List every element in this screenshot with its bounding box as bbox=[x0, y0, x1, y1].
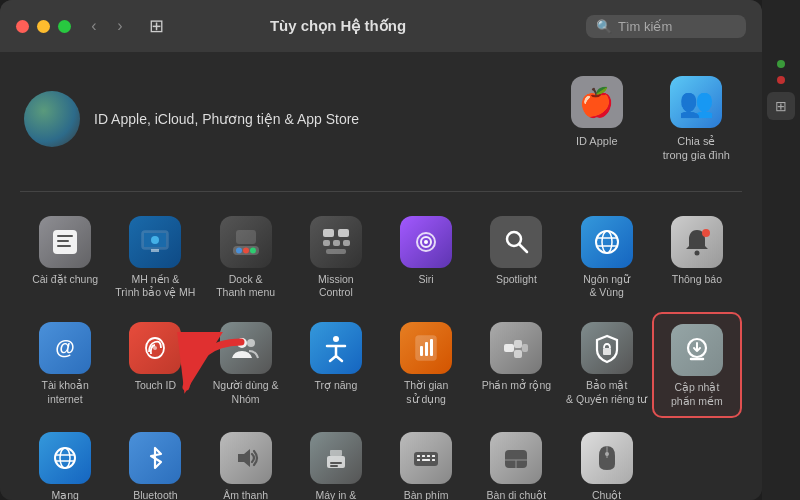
svg-rect-1 bbox=[57, 235, 73, 237]
pref-internet[interactable]: @ Tài khoản internet bbox=[20, 312, 110, 418]
svg-rect-17 bbox=[343, 240, 350, 246]
maximize-button[interactable] bbox=[58, 20, 71, 33]
svg-rect-61 bbox=[417, 459, 420, 461]
mouse-label: Chuột bbox=[592, 489, 621, 500]
pref-notifications[interactable]: Thông báo bbox=[652, 206, 742, 308]
pref-touchid[interactable]: Touch ID bbox=[110, 312, 200, 418]
apple-id-label: ID Apple, iCloud, Phương tiện & App Stor… bbox=[94, 111, 359, 127]
bluetooth-icon bbox=[129, 432, 181, 484]
svg-point-49 bbox=[60, 448, 70, 468]
apple-id-cards: 🍎 ID Apple 👥 Chia sẻ trong gia đình bbox=[563, 68, 738, 171]
svg-rect-41 bbox=[504, 344, 514, 352]
pref-dock[interactable]: Dock & Thanh menu bbox=[201, 206, 291, 308]
pref-desktop[interactable]: MH nền & Trình bảo vệ MH bbox=[110, 206, 200, 308]
pref-print[interactable]: Máy in & Máy quét bbox=[291, 422, 381, 500]
keyboard-label: Bàn phím bbox=[404, 489, 449, 500]
users-label: Người dùng & Nhóm bbox=[213, 379, 279, 406]
svg-point-48 bbox=[55, 448, 75, 468]
svg-rect-62 bbox=[422, 459, 430, 461]
pref-mouse[interactable]: Chuột bbox=[562, 422, 652, 500]
svg-rect-39 bbox=[425, 342, 428, 356]
sound-icon bbox=[220, 432, 272, 484]
print-label: Máy in & Máy quét bbox=[314, 489, 357, 500]
svg-rect-14 bbox=[338, 229, 349, 237]
print-icon bbox=[310, 432, 362, 484]
svg-rect-18 bbox=[326, 249, 346, 254]
network-icon bbox=[39, 432, 91, 484]
general-icon bbox=[39, 216, 91, 268]
notifications-icon bbox=[671, 216, 723, 268]
svg-rect-12 bbox=[236, 230, 256, 244]
svg-rect-2 bbox=[57, 240, 69, 242]
svg-point-21 bbox=[424, 240, 428, 244]
pref-siri[interactable]: Siri bbox=[381, 206, 471, 308]
pref-language[interactable]: Ngôn ngữ & Vùng bbox=[562, 206, 652, 308]
strip-dot-green bbox=[777, 60, 785, 68]
users-icon bbox=[220, 322, 272, 374]
close-button[interactable] bbox=[16, 20, 29, 33]
touchid-icon bbox=[129, 322, 181, 374]
svg-point-68 bbox=[605, 452, 609, 456]
pref-users[interactable]: Người dùng & Nhóm bbox=[201, 312, 291, 418]
bluetooth-label: Bluetooth bbox=[133, 489, 177, 500]
pref-keyboard[interactable]: Bàn phím bbox=[381, 422, 471, 500]
apple-id-card[interactable]: 🍎 ID Apple bbox=[563, 68, 631, 171]
svg-rect-3 bbox=[57, 245, 71, 247]
svg-line-23 bbox=[519, 244, 527, 252]
softupdate-icon bbox=[671, 324, 723, 376]
mission-label: Mission Control bbox=[318, 273, 354, 300]
extensions-label: Phần mở rộng bbox=[482, 379, 551, 393]
pref-mission[interactable]: Mission Control bbox=[291, 206, 381, 308]
svg-rect-53 bbox=[330, 450, 342, 456]
svg-text:@: @ bbox=[55, 336, 75, 358]
security-label: Bảo mật & Quyền riêng tư bbox=[566, 379, 647, 406]
pref-sound[interactable]: Âm thanh bbox=[201, 422, 291, 500]
pref-screentime[interactable]: Thời gian sử dụng bbox=[381, 312, 471, 418]
pref-network[interactable]: Mạng bbox=[20, 422, 110, 500]
spotlight-label: Spotlight bbox=[496, 273, 537, 287]
svg-rect-15 bbox=[323, 240, 330, 246]
network-label: Mạng bbox=[51, 489, 78, 500]
pref-security[interactable]: Bảo mật & Quyền riêng tư bbox=[562, 312, 652, 418]
screentime-label: Thời gian sử dụng bbox=[404, 379, 448, 406]
language-icon bbox=[581, 216, 633, 268]
svg-point-32 bbox=[153, 346, 157, 350]
svg-point-7 bbox=[151, 236, 159, 244]
general-label: Cài đặt chung bbox=[32, 273, 98, 287]
svg-rect-55 bbox=[330, 465, 338, 467]
svg-point-35 bbox=[247, 339, 255, 347]
search-box[interactable]: 🔍 bbox=[586, 15, 746, 38]
pref-trackpad[interactable]: Bàn di chuột bbox=[471, 422, 561, 500]
apple-id-card-label: ID Apple bbox=[576, 134, 618, 148]
family-share-card-label: Chia sẻ trong gia đình bbox=[663, 134, 730, 163]
family-share-card[interactable]: 👥 Chia sẻ trong gia đình bbox=[655, 68, 738, 171]
svg-point-11 bbox=[250, 247, 256, 253]
svg-point-36 bbox=[333, 336, 339, 342]
strip-dot-red bbox=[777, 76, 785, 84]
pref-accessibility[interactable]: Trợ năng bbox=[291, 312, 381, 418]
internet-icon: @ bbox=[39, 322, 91, 374]
pref-softupdate[interactable]: Cập nhật phần mềm bbox=[652, 312, 742, 418]
apple-id-left[interactable]: ID Apple, iCloud, Phương tiện & App Stor… bbox=[24, 91, 359, 147]
pref-extensions[interactable]: Phần mở rộng bbox=[471, 312, 561, 418]
pref-bluetooth[interactable]: Bluetooth bbox=[110, 422, 200, 500]
mission-icon bbox=[310, 216, 362, 268]
trackpad-label: Bàn di chuột bbox=[487, 489, 547, 500]
svg-rect-63 bbox=[432, 459, 435, 461]
svg-rect-58 bbox=[422, 455, 425, 457]
accessibility-icon bbox=[310, 322, 362, 374]
search-input[interactable] bbox=[618, 19, 738, 34]
strip-button[interactable]: ⊞ bbox=[767, 92, 795, 120]
pref-general[interactable]: Cài đặt chung bbox=[20, 206, 110, 308]
mouse-icon bbox=[581, 432, 633, 484]
minimize-button[interactable] bbox=[37, 20, 50, 33]
accessibility-label: Trợ năng bbox=[314, 379, 357, 393]
family-share-icon: 👥 bbox=[670, 76, 722, 128]
svg-rect-43 bbox=[514, 350, 522, 358]
screentime-icon bbox=[400, 322, 452, 374]
svg-point-9 bbox=[236, 247, 242, 253]
traffic-lights bbox=[16, 20, 71, 33]
pref-spotlight[interactable]: Spotlight bbox=[471, 206, 561, 308]
spotlight-icon bbox=[490, 216, 542, 268]
desktop-label: MH nền & Trình bảo vệ MH bbox=[115, 273, 195, 300]
